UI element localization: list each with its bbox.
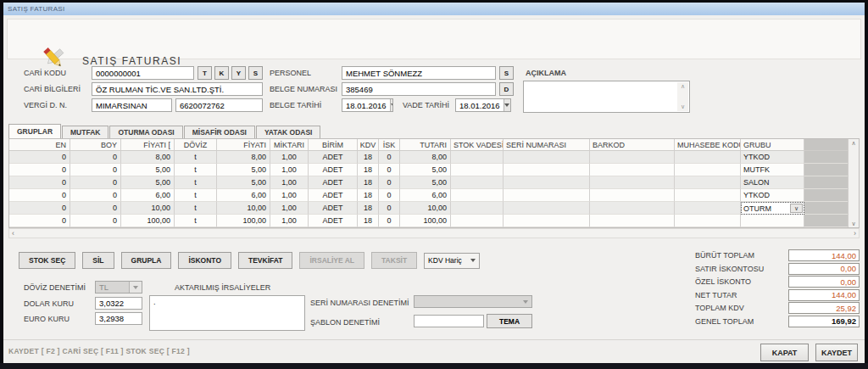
table-cell[interactable]: 0 (379, 151, 400, 164)
column-header-fiyati[interactable]: FİYATI (217, 139, 270, 151)
table-cell[interactable]: t (175, 151, 217, 164)
table-cell[interactable] (590, 202, 675, 215)
table-cell[interactable] (451, 215, 504, 227)
tab-mutfak[interactable]: MUTFAK (62, 126, 108, 138)
table-cell[interactable] (451, 164, 504, 176)
table-cell[interactable] (590, 176, 675, 189)
table-cell[interactable]: 100,00 (121, 215, 175, 227)
belge-tarihi-select[interactable]: 18.01.2016 (342, 98, 393, 112)
iskonto-button[interactable]: İSKONTO (178, 252, 231, 269)
table-cell[interactable]: ADET (309, 164, 358, 176)
table-cell[interactable]: 1,00 (270, 215, 309, 227)
grid-vertical-scrollbar[interactable]: ∧ ∨ (848, 139, 859, 227)
table-cell[interactable] (590, 215, 675, 227)
table-cell[interactable]: 10,00 (121, 202, 175, 215)
column-header-stok-vadesi[interactable]: STOK VADESİ (451, 139, 504, 151)
table-cell[interactable]: 0 (70, 215, 121, 227)
table-cell[interactable]: YTKOD (741, 189, 804, 202)
table-cell[interactable]: t (175, 189, 217, 202)
tab-gruplar[interactable]: GRUPLAR (8, 124, 61, 138)
window-titlebar[interactable]: SATIŞ FATURASI (3, 3, 865, 15)
belge-numarasi-input[interactable]: 385469 (342, 82, 496, 96)
table-cell[interactable]: 0 (379, 176, 400, 189)
table-cell[interactable]: 1,00 (270, 164, 309, 176)
chevron-down-icon[interactable] (390, 99, 393, 111)
table-cell[interactable]: 10,00 (400, 202, 451, 215)
cari-s-button[interactable]: S (248, 66, 263, 80)
table-cell[interactable] (675, 202, 741, 215)
column-header-muhasebe-kodu[interactable]: MUHASEBE KODU (675, 139, 741, 151)
chevron-left-icon[interactable]: ‹ (12, 230, 14, 238)
table-cell[interactable]: t (175, 215, 217, 227)
tab-yatak-odasi[interactable]: YATAK ODASI (256, 126, 321, 138)
table-cell[interactable] (451, 151, 504, 164)
table-cell[interactable]: SALON (741, 176, 804, 189)
cari-y-button[interactable]: Y (231, 66, 246, 80)
table-cell[interactable]: 0 (9, 176, 70, 189)
table-cell[interactable] (451, 202, 504, 215)
table-cell[interactable] (504, 164, 590, 176)
table-cell[interactable]: 5,00 (121, 164, 175, 176)
chevron-down-icon[interactable]: ∨ (851, 221, 855, 226)
aktarilmis-irsaliyeler-box[interactable]: . (149, 295, 305, 331)
column-header-kdv[interactable]: KDV (358, 139, 379, 151)
dolar-kuru-input[interactable]: 3,0322 (95, 297, 142, 310)
euro-kuru-input[interactable]: 3,2938 (95, 312, 142, 325)
table-cell[interactable]: 6,00 (121, 189, 175, 202)
table-cell[interactable]: 1,00 (270, 189, 309, 202)
column-header-en[interactable]: EN (9, 139, 70, 151)
grid-horizontal-scrollbar[interactable]: ‹ › (8, 228, 860, 238)
table-cell[interactable] (451, 176, 504, 189)
personel-s-button[interactable]: S (499, 66, 514, 80)
sablon-denetimi-input[interactable] (414, 315, 484, 327)
belge-d-button[interactable]: D (499, 82, 514, 96)
table-cell[interactable]: 0 (379, 164, 400, 176)
table-cell[interactable]: 6,00 (217, 189, 270, 202)
table-cell[interactable]: 1,00 (270, 202, 309, 215)
kapat-button[interactable]: KAPAT (760, 344, 809, 361)
column-header-tutari[interactable]: TUTARI (400, 139, 451, 151)
column-header-boy[interactable]: BOY (70, 139, 121, 151)
table-cell[interactable] (590, 151, 675, 164)
table-cell[interactable] (504, 176, 590, 189)
table-cell[interactable]: 10,00 (217, 202, 270, 215)
column-header-barkod[interactable]: BARKOD (590, 139, 675, 151)
table-cell[interactable]: 0 (9, 215, 70, 227)
grubu-combo-cell[interactable]: OTURM∨ (741, 202, 804, 215)
chevron-down-icon[interactable] (504, 99, 510, 111)
table-cell[interactable]: t (175, 176, 217, 189)
column-header-doviz[interactable]: DÖVİZ (175, 139, 217, 151)
table-cell[interactable]: 18 (358, 176, 379, 189)
chevron-right-icon[interactable]: › (854, 230, 856, 238)
table-cell[interactable]: 6,00 (400, 189, 451, 202)
chevron-down-icon[interactable]: ∨ (790, 204, 803, 213)
table-cell[interactable] (590, 189, 675, 202)
table-cell[interactable] (675, 164, 741, 176)
table-cell[interactable]: MUTFK (741, 164, 804, 176)
column-header-isk[interactable]: İSK (379, 139, 400, 151)
table-cell[interactable]: t (175, 202, 217, 215)
table-cell[interactable]: 18 (358, 189, 379, 202)
table-cell[interactable]: 5,00 (217, 164, 270, 176)
table-cell[interactable]: ADET (309, 202, 358, 215)
chevron-up-icon[interactable]: ∧ (681, 84, 685, 89)
table-cell[interactable]: ADET (309, 176, 358, 189)
kaydet-button[interactable]: KAYDET (815, 344, 858, 361)
table-cell[interactable]: 0 (9, 164, 70, 176)
column-header-fiyati-doviz[interactable]: FİYATI [ (121, 139, 175, 151)
table-cell[interactable]: 100,00 (217, 215, 270, 227)
table-cell[interactable]: 0 (70, 176, 121, 189)
table-cell[interactable]: 8,00 (400, 151, 451, 164)
table-cell[interactable]: t (175, 164, 217, 176)
table-cell[interactable]: 0 (379, 189, 400, 202)
table-cell[interactable]: 0 (70, 202, 121, 215)
table-cell[interactable]: 100,00 (400, 215, 451, 227)
table-cell[interactable]: 0 (70, 189, 121, 202)
table-cell[interactable] (590, 164, 675, 176)
table-cell[interactable]: 18 (358, 202, 379, 215)
column-header-birim[interactable]: BİRİM (309, 139, 358, 151)
table-cell[interactable] (504, 151, 590, 164)
table-cell[interactable] (675, 151, 741, 164)
cari-kodu-input[interactable]: 0000000001 (92, 66, 194, 80)
chevron-down-icon[interactable]: ∨ (681, 104, 685, 109)
